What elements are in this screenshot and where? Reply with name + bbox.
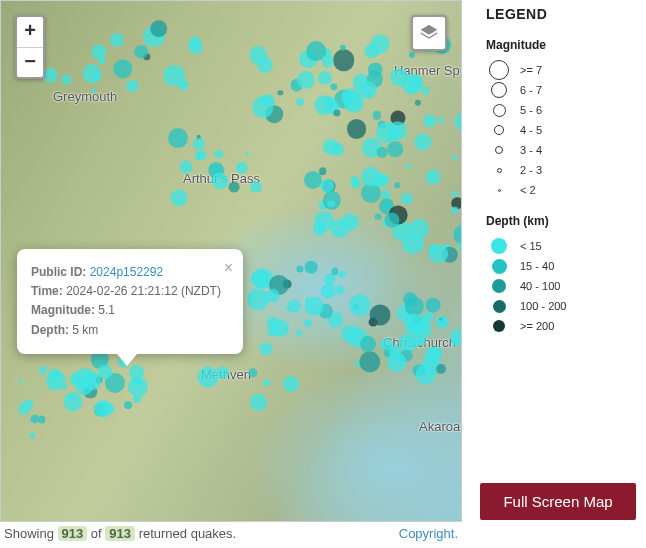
legend-bin-label: >= 7 [520,64,542,76]
legend-bin-label: 2 - 3 [520,164,542,176]
quake-marker[interactable] [177,80,188,91]
legend-magnitude-row: 2 - 3 [486,160,646,180]
quake-marker[interactable] [305,261,318,274]
quake-marker[interactable] [376,122,398,144]
map-footer: Showing 913 of 913 returned quakes. Copy… [0,522,462,541]
legend-panel: LEGEND Magnitude >= 76 - 75 - 64 - 53 - … [462,0,646,548]
popup-publicid-link[interactable]: 2024p152292 [90,265,163,279]
legend-bin-label: < 15 [520,240,542,252]
quake-marker[interactable] [347,119,367,139]
zoom-out-button[interactable]: − [17,47,43,77]
popup-tail [117,354,137,366]
quake-marker[interactable] [400,192,413,205]
quake-marker[interactable] [92,89,97,94]
popup-time-label: Time: [31,284,63,298]
quake-marker[interactable] [29,433,35,439]
magnitude-swatch-icon [498,189,501,192]
depth-swatch-icon [493,300,506,313]
quake-marker[interactable] [341,213,358,230]
quake-marker[interactable] [216,366,230,380]
count-shown-badge: 913 [58,526,88,541]
footer-suffix: returned quakes. [139,526,237,541]
quake-marker[interactable] [421,87,430,96]
quake-marker[interactable] [333,49,355,71]
fullscreen-map-button[interactable]: Full Screen Map [480,483,636,520]
app-root: GreymouthHanmer SpringsArthur's PassMeth… [0,0,646,548]
depth-swatch-icon [491,238,507,254]
popup-publicid-label: Public ID: [31,265,86,279]
quake-marker[interactable] [425,298,440,313]
legend-magnitude-row: < 2 [486,180,646,200]
quake-marker[interactable] [333,110,340,117]
zoom-in-button[interactable]: + [17,17,43,47]
quake-marker[interactable] [336,286,345,295]
quake-marker[interactable] [375,213,382,220]
legend-magnitude-row: >= 7 [486,60,646,80]
quake-marker[interactable] [150,20,168,38]
quake-marker[interactable] [321,283,336,298]
quake-marker[interactable] [377,147,388,158]
map-column: GreymouthHanmer SpringsArthur's PassMeth… [0,0,462,548]
legend-bin-label: 4 - 5 [520,124,542,136]
quake-marker[interactable] [378,175,390,187]
quake-marker[interactable] [314,211,334,231]
quake-marker[interactable] [249,46,267,64]
quake-marker[interactable] [296,330,302,336]
quake-marker[interactable] [369,304,390,325]
quake-marker[interactable] [288,300,301,313]
magnitude-swatch-icon [493,104,506,117]
quake-marker[interactable] [387,352,407,372]
quake-marker[interactable] [212,173,229,190]
quake-marker[interactable] [134,45,148,59]
quake-marker[interactable] [198,151,204,157]
quake-marker[interactable] [320,179,334,193]
quake-marker[interactable] [43,68,58,83]
quake-marker[interactable] [124,401,132,409]
quake-marker[interactable] [403,313,424,334]
quake-marker[interactable] [94,400,112,418]
quake-marker[interactable] [296,98,304,106]
quake-marker[interactable] [339,270,346,277]
quake-marker[interactable] [439,319,447,327]
close-icon[interactable]: × [224,255,233,281]
quake-marker[interactable] [129,365,145,381]
count-total-badge: 913 [105,526,135,541]
quake-marker[interactable] [229,181,240,192]
legend-magnitude-row: 4 - 5 [486,120,646,140]
quake-marker[interactable] [74,368,96,390]
zoom-controls: + − [15,15,45,79]
quake-marker[interactable] [381,338,393,350]
legend-depth-row: 40 - 100 [486,276,646,296]
legend-magnitude-label: Magnitude [486,38,646,52]
legend-bin-label: 6 - 7 [520,84,542,96]
layers-icon [419,23,439,43]
legend-bin-label: < 2 [520,184,536,196]
quake-marker[interactable] [318,71,332,85]
quake-marker[interactable] [436,364,446,374]
copyright-link[interactable]: Copyright. [399,526,458,541]
quake-marker[interactable] [39,366,47,374]
quake-marker[interactable] [360,336,376,352]
quake-marker[interactable] [168,129,188,149]
footer-of: of [91,526,102,541]
quake-marker[interactable] [321,55,334,68]
popup-mag-value: 5.1 [98,303,115,317]
legend-magnitude-row: 3 - 4 [486,140,646,160]
quake-marker[interactable] [414,133,431,150]
quake-marker[interactable] [426,170,441,185]
quake-marker[interactable] [48,369,62,383]
quake-marker[interactable] [236,161,249,174]
footer-showing: Showing [4,526,54,541]
quake-marker[interactable] [179,161,192,174]
quake-marker[interactable] [413,337,421,345]
layers-button[interactable] [411,15,447,51]
magnitude-swatch-icon [489,60,509,80]
quake-marker[interactable] [133,395,141,403]
quake-marker[interactable] [305,298,310,303]
quake-marker[interactable] [99,58,106,65]
quake-marker[interactable] [283,376,299,392]
legend-bin-label: >= 200 [520,320,554,332]
map-canvas[interactable]: GreymouthHanmer SpringsArthur's PassMeth… [0,0,462,522]
quake-marker[interactable] [395,182,401,188]
quake-marker[interactable] [409,219,429,239]
